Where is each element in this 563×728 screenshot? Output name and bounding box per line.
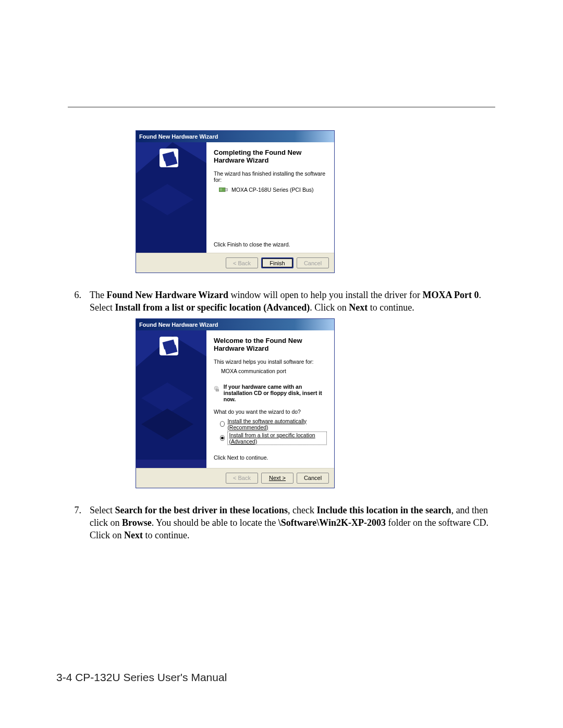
cancel-button[interactable]: Cancel bbox=[297, 473, 329, 484]
screenshot-2: Found New Hardware Wizard bbox=[136, 318, 495, 488]
step-list: 6. The Found New Hardware Wizard window … bbox=[68, 289, 495, 314]
step-text: The Found New Hardware Wizard window wil… bbox=[90, 289, 495, 314]
device-row: MOXA CP-168U Series (PCI Bus) bbox=[219, 186, 327, 193]
dialog-titlebar: Found New Hardware Wizard bbox=[136, 319, 334, 330]
dialog-sidebar-graphic bbox=[136, 330, 206, 468]
cd-icon bbox=[214, 384, 219, 394]
manual-page: Found New Hardware Wizard bbox=[0, 0, 563, 728]
svg-point-18 bbox=[216, 387, 217, 388]
radio-option-list[interactable]: Install from a list or specific location… bbox=[220, 431, 327, 445]
finish-button[interactable]: Finish bbox=[261, 257, 293, 268]
dialog-titlebar: Found New Hardware Wizard bbox=[136, 131, 334, 142]
dialog-footer: < Back Next > Cancel bbox=[136, 468, 334, 488]
radio-icon-selected bbox=[220, 435, 225, 441]
step-number: 7. bbox=[68, 504, 81, 542]
step-6: 6. The Found New Hardware Wizard window … bbox=[68, 289, 495, 314]
step-number: 6. bbox=[68, 289, 81, 314]
dialog-sidebar-graphic bbox=[136, 142, 206, 253]
back-button[interactable]: < Back bbox=[226, 257, 258, 268]
dialog-heading: Welcome to the Found New Hardware Wizard bbox=[214, 337, 327, 352]
radio-icon bbox=[220, 421, 225, 427]
step-text: Select Search for the best driver in the… bbox=[90, 504, 495, 542]
dialog-title: Found New Hardware Wizard bbox=[139, 322, 218, 328]
device-name: MOXA CP-168U Series (PCI Bus) bbox=[231, 187, 314, 193]
radio-option-auto[interactable]: Install the software automatically (Reco… bbox=[220, 418, 327, 430]
next-hint: Click Next to continue. bbox=[214, 454, 327, 461]
page-content: Found New Hardware Wizard bbox=[68, 130, 495, 541]
step-7: 7. Select Search for the best driver in … bbox=[68, 504, 495, 542]
device-name: MOXA communication port bbox=[221, 368, 327, 374]
dialog-subtext: This wizard helps you install software f… bbox=[214, 359, 327, 365]
dialog-body: Completing the Found New Hardware Wizard… bbox=[136, 142, 334, 253]
step-list-2: 7. Select Search for the best driver in … bbox=[68, 504, 495, 542]
header-rule bbox=[68, 107, 495, 107]
radio-label: Install the software automatically (Reco… bbox=[227, 418, 327, 430]
back-button[interactable]: < Back bbox=[226, 473, 258, 484]
next-button[interactable]: Next > bbox=[261, 473, 293, 484]
dialog-main: Welcome to the Found New Hardware Wizard… bbox=[206, 330, 334, 468]
radio-label: Install from a list or specific location… bbox=[227, 431, 327, 445]
dialog-main: Completing the Found New Hardware Wizard… bbox=[206, 142, 334, 253]
svg-rect-19 bbox=[216, 389, 218, 391]
dialog-body: Welcome to the Found New Hardware Wizard… bbox=[136, 330, 334, 468]
close-hint: Click Finish to close the wizard. bbox=[214, 241, 290, 248]
page-footer: 3-4 CP-132U Series User's Manual bbox=[56, 671, 227, 684]
dialog-subtext: The wizard has finished installing the s… bbox=[214, 170, 327, 183]
hardware-wizard-dialog-complete: Found New Hardware Wizard bbox=[136, 130, 335, 273]
svg-rect-7 bbox=[225, 189, 228, 191]
dialog-footer: < Back Finish Cancel bbox=[136, 253, 334, 273]
screenshot-1: Found New Hardware Wizard bbox=[136, 130, 495, 273]
svg-rect-6 bbox=[219, 188, 225, 192]
hardware-wizard-dialog-welcome: Found New Hardware Wizard bbox=[136, 318, 335, 488]
dialog-heading: Completing the Found New Hardware Wizard bbox=[214, 149, 327, 164]
dialog-title: Found New Hardware Wizard bbox=[139, 133, 218, 140]
wizard-prompt: What do you want the wizard to do? bbox=[214, 409, 327, 415]
device-icon bbox=[219, 186, 228, 193]
cd-note: If your hardware came with an installati… bbox=[214, 384, 327, 402]
cancel-button[interactable]: Cancel bbox=[297, 257, 329, 268]
